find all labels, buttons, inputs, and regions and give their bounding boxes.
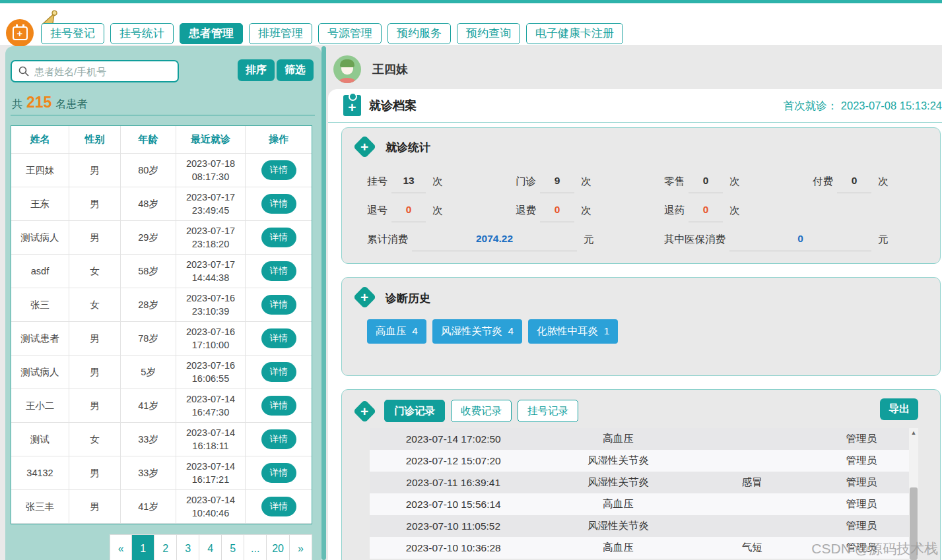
- nav-tab-slot-management[interactable]: 号源管理: [318, 23, 382, 44]
- diagnosis-tag[interactable]: 化脓性中耳炎 1: [528, 319, 618, 344]
- first-visit-value: 2023-07-08 15:13:24: [841, 100, 942, 111]
- diagnosis-tag[interactable]: 风湿性关节炎 4: [432, 319, 522, 344]
- detail-button[interactable]: 详情: [261, 261, 296, 281]
- cell-lastvisit: 2023-07-1416:17:21: [176, 456, 246, 490]
- cell-gender: 男: [69, 356, 121, 389]
- table-row[interactable]: 王东 男 48岁 2023-07-1723:49:45 详情: [11, 187, 312, 221]
- nav-tab-registration-stats[interactable]: 挂号统计: [110, 23, 174, 44]
- count-number: 215: [26, 94, 51, 111]
- detail-button[interactable]: 详情: [261, 362, 296, 382]
- cell-age: 78岁: [121, 322, 176, 356]
- table-row[interactable]: 测试患者 男 78岁 2023-07-1617:10:00 详情: [11, 322, 312, 356]
- cell-age: 29岁: [121, 221, 176, 255]
- tab-outpatient-records[interactable]: 门诊记录: [384, 400, 445, 422]
- table-row[interactable]: 王四妹 男 80岁 2023-07-1808:17:30 详情: [11, 154, 312, 187]
- cell-gender: 男: [69, 221, 121, 255]
- detail-button[interactable]: 详情: [261, 228, 296, 247]
- visit-stats-card: + 就诊统计 挂号13次 门诊9次 零售0次 付费0次 退号0次 退费0次 退药…: [341, 127, 941, 264]
- page-next[interactable]: »: [290, 534, 312, 560]
- detail-button[interactable]: 详情: [261, 497, 296, 516]
- cell-name: asdf: [11, 255, 69, 288]
- table-row[interactable]: 张三丰 男 41岁 2023-07-1410:40:46 详情: [11, 490, 312, 524]
- stat-empty: [813, 198, 942, 223]
- table-row[interactable]: 测试病人 男 5岁 2023-07-1616:06:55 详情: [11, 356, 312, 389]
- detail-button[interactable]: 详情: [261, 160, 296, 180]
- first-visit: 首次就诊： 2023-07-08 15:13:24: [784, 99, 942, 113]
- detail-button[interactable]: 详情: [261, 328, 296, 348]
- cell-name: 测试患者: [11, 322, 69, 356]
- cell-lastvisit: 2023-07-1623:10:39: [176, 288, 246, 322]
- export-button[interactable]: 导出: [880, 398, 918, 420]
- page-5[interactable]: 5: [222, 534, 244, 560]
- patient-search-box: [11, 60, 179, 82]
- app-logo-calendar-icon[interactable]: [6, 19, 34, 47]
- page-2[interactable]: 2: [154, 534, 177, 560]
- table-row[interactable]: 34132 男 33岁 2023-07-1416:17:21 详情: [11, 456, 312, 490]
- table-row[interactable]: asdf 女 58岁 2023-07-1714:44:38 详情: [11, 255, 312, 288]
- patient-table-header: 姓名 性别 年龄 最近就诊 操作: [11, 126, 312, 154]
- sort-button[interactable]: 排序: [238, 59, 275, 81]
- record-row: 2023-07-10 11:05:52风湿性关节炎管理员: [370, 515, 918, 537]
- cell-name: 张三: [11, 288, 69, 322]
- cell-gender: 女: [69, 288, 121, 322]
- table-row[interactable]: 测试病人 男 29岁 2023-07-1723:18:20 详情: [11, 221, 312, 255]
- page-4[interactable]: 4: [199, 534, 222, 560]
- visit-stats-grid: 挂号13次 门诊9次 零售0次 付费0次 退号0次 退费0次 退药0次 累计消: [367, 169, 927, 252]
- nav-tab-appointment-service[interactable]: 预约服务: [387, 23, 451, 44]
- detail-button[interactable]: 详情: [261, 194, 296, 214]
- diagnosis-history-title: 诊断历史: [386, 291, 430, 306]
- page-1[interactable]: 1: [132, 534, 154, 560]
- cell-age: 41岁: [121, 490, 176, 524]
- cell-gender: 男: [69, 490, 121, 524]
- cell-lastvisit: 2023-07-1416:47:30: [176, 389, 246, 423]
- count-suffix: 名患者: [55, 98, 87, 111]
- cell-age: 33岁: [121, 456, 176, 490]
- cell-name: 王小二: [11, 389, 69, 423]
- tab-registration-records[interactable]: 挂号记录: [518, 400, 578, 422]
- filter-button[interactable]: 筛选: [277, 59, 314, 81]
- patient-avatar: [333, 55, 361, 83]
- col-action: 操作: [246, 126, 312, 154]
- stat-tuihao: 退号0次: [367, 198, 516, 223]
- table-row[interactable]: 测试 女 33岁 2023-07-1416:18:11 详情: [11, 423, 312, 456]
- cell-lastvisit: 2023-07-1808:17:30: [176, 154, 246, 187]
- pagination: « 1 2 3 4 5 ... 20 »: [110, 534, 312, 560]
- watermark: CSDN @源码技术栈: [811, 540, 938, 558]
- detail-button[interactable]: 详情: [261, 463, 296, 483]
- scroll-up-icon[interactable]: ▲: [909, 429, 918, 436]
- cell-age: 48岁: [121, 187, 176, 221]
- cell-name: 王四妹: [11, 154, 69, 187]
- record-tabs: 门诊记录 收费记录 挂号记录: [384, 400, 578, 422]
- records-card: + 门诊记录 收费记录 挂号记录 导出 2023-07-14 17:02:50高…: [341, 389, 941, 560]
- detail-button[interactable]: 详情: [261, 396, 296, 416]
- nav-tab-shift-management[interactable]: 排班管理: [249, 23, 312, 44]
- diamond-plus-icon: +: [353, 286, 376, 309]
- cell-lastvisit: 2023-07-1416:18:11: [176, 423, 246, 456]
- search-icon: [18, 66, 29, 77]
- col-gender: 性别: [69, 126, 121, 154]
- diagnosis-tag[interactable]: 高血压 4: [367, 319, 426, 344]
- detail-button[interactable]: 详情: [261, 295, 296, 315]
- nav-tab-ehealth-card[interactable]: 电子健康卡注册: [526, 23, 623, 44]
- stat-insurance-spend: 其中医保消费0元: [664, 227, 942, 252]
- record-row: 2023-07-11 16:39:41风湿性关节炎感冒管理员: [370, 472, 918, 493]
- detail-button[interactable]: 详情: [261, 429, 296, 449]
- record-row: 2023-07-12 15:07:20风湿性关节炎管理员: [370, 450, 918, 472]
- nav-tab-appointment-query[interactable]: 预约查询: [457, 23, 520, 44]
- cell-name: 测试病人: [11, 356, 69, 389]
- search-input[interactable]: [34, 66, 178, 77]
- page-3[interactable]: 3: [177, 534, 199, 560]
- patient-count: 共 215 名患者: [12, 94, 87, 111]
- page-prev[interactable]: «: [110, 534, 132, 560]
- tab-billing-records[interactable]: 收费记录: [451, 400, 512, 422]
- cell-name: 测试: [11, 423, 69, 456]
- table-row[interactable]: 王小二 男 41岁 2023-07-1416:47:30 详情: [11, 389, 312, 423]
- patient-detail-panel: 就诊档案 首次就诊： 2023-07-08 15:13:24 + 就诊统计 挂号…: [328, 89, 942, 560]
- patient-table: 姓名 性别 年龄 最近就诊 操作 王四妹 男 80岁 2023-07-1808:…: [11, 125, 312, 524]
- nav-tab-registration[interactable]: 挂号登记: [41, 23, 104, 44]
- cell-gender: 男: [69, 187, 121, 221]
- nav-tab-patient-management[interactable]: 患者管理: [180, 23, 243, 44]
- page-ellipsis[interactable]: ...: [244, 534, 267, 560]
- page-20[interactable]: 20: [267, 534, 290, 560]
- table-row[interactable]: 张三 女 28岁 2023-07-1623:10:39 详情: [11, 288, 312, 322]
